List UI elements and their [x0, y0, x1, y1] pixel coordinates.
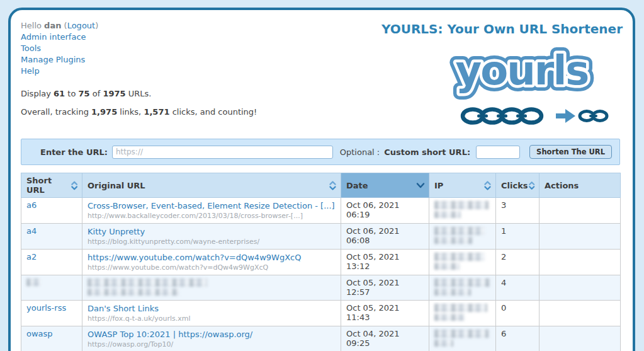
actions-cell — [539, 224, 621, 250]
date-cell: Oct 05, 2021 12:57 — [341, 275, 429, 301]
yourls-logo-text: yourls yourls yourls — [456, 47, 589, 94]
page-title: YOURLS: Your Own URL Shortener — [379, 21, 623, 37]
sort-desc-icon — [416, 182, 425, 188]
svg-text:yourls: yourls — [456, 47, 589, 94]
clicks-cell: 1 — [496, 224, 539, 250]
original-url-cell: Dan's Short Linkshttps://fox.q-t-a.uk/yo… — [82, 301, 341, 326]
sort-icon — [71, 180, 78, 191]
nav-help[interactable]: Help — [21, 66, 40, 76]
greeting-text: Hello — [21, 21, 42, 30]
short-url-cell: yourls-rss — [21, 301, 82, 326]
original-url-link[interactable]: https://www.youtube.com/watch?v=dQw4w9Wg… — [88, 252, 336, 263]
custom-short-url-input[interactable] — [476, 146, 520, 159]
short-url-link[interactable]: a6 — [26, 200, 37, 210]
column-header-ip[interactable]: IP — [429, 173, 496, 198]
custom-url-label: Custom short URL: — [384, 147, 470, 157]
ip-cell — [429, 198, 496, 224]
short-url-link[interactable]: a4 — [26, 226, 37, 236]
nav-tools[interactable]: Tools — [21, 43, 41, 53]
table-row: owasp OWASP Top 10:2021 | https://owasp.… — [21, 326, 621, 351]
nav-admin-interface[interactable]: Admin interface — [21, 32, 86, 42]
short-url-cell: a2 — [21, 250, 82, 275]
redacted-ip — [434, 330, 489, 338]
clicks-cell: 0 — [496, 301, 539, 326]
original-url-cell: Cross-Browser, Event-based, Element Resi… — [82, 198, 341, 224]
clicks-cell: 2 — [496, 250, 539, 275]
optional-label: Optional : — [340, 147, 380, 157]
date-cell: Oct 06, 2021 06:19 — [341, 198, 429, 224]
original-url-link[interactable]: OWASP Top 10:2021 | https://owasp.org/ — [88, 329, 336, 340]
total-clicks: 1,571 — [144, 107, 169, 117]
clicks-cell: 6 — [496, 326, 539, 351]
range-total: 1975 — [103, 89, 125, 98]
redacted-original-url — [88, 279, 207, 287]
table-row: a2 https://www.youtube.com/watch?v=dQw4w… — [21, 250, 621, 275]
short-url-link[interactable]: owasp — [26, 329, 53, 338]
original-url-text: https://owasp.org/Top10/ — [88, 340, 336, 349]
logout-link[interactable]: Logout — [67, 21, 96, 30]
ip-cell — [429, 275, 496, 301]
sort-icon — [528, 180, 535, 191]
original-url-text: https://fox.q-t-a.uk/yourls.xml — [88, 314, 336, 323]
total-links: 1,975 — [91, 107, 117, 117]
redacted-short-url — [26, 279, 40, 286]
chain-icon — [463, 110, 541, 123]
actions-cell — [539, 301, 621, 326]
links-table: Short URL Original URL Date IP Clicks Ac… — [21, 173, 621, 351]
admin-nav: Admin interface Tools Manage Plugins Hel… — [21, 32, 379, 77]
table-row: a6 Cross-Browser, Event-based, Element R… — [21, 198, 621, 224]
short-url-link[interactable]: a2 — [26, 252, 37, 262]
table-row: a4 Kitty Unprettyhttps://blog.kittyunpre… — [21, 224, 621, 250]
short-chain-icon — [580, 112, 607, 121]
nav-manage-plugins[interactable]: Manage Plugins — [21, 55, 85, 64]
short-url-link[interactable]: yourls-rss — [26, 303, 66, 313]
table-row: yourls-rss Dan's Short Linkshttps://fox.… — [21, 301, 621, 326]
header-left: Hello dan (Logout) Admin interface Tools… — [21, 20, 379, 130]
date-cell: Oct 05, 2021 13:12 — [341, 250, 429, 275]
date-cell: Oct 05, 2021 11:43 — [341, 301, 429, 326]
url-input[interactable] — [112, 146, 333, 159]
date-cell: Oct 06, 2021 06:08 — [341, 224, 429, 250]
redacted-ip — [434, 201, 489, 209]
ip-cell — [429, 326, 496, 351]
redacted-ip — [434, 304, 487, 312]
redacted-ip — [434, 227, 485, 235]
short-url-cell: a6 — [21, 198, 82, 224]
short-url-cell — [21, 275, 82, 301]
table-row: Oct 05, 2021 12:57 4 — [21, 275, 621, 301]
actions-cell — [539, 326, 621, 351]
original-url-link[interactable]: Kitty Unpretty — [88, 226, 336, 237]
original-url-text: https://www.youtube.com/watch?v=dQw4w9Wg… — [88, 263, 336, 272]
header-right: YOURLS: Your Own URL Shortener yourls yo… — [379, 20, 623, 130]
redacted-ip — [434, 253, 485, 261]
column-header-date[interactable]: Date — [341, 173, 429, 198]
column-header-clicks[interactable]: Clicks — [496, 173, 539, 198]
username: dan — [44, 21, 61, 30]
display-range-line: Display 61 to 75 of 1975 URLs. — [21, 88, 379, 99]
original-url-cell: OWASP Top 10:2021 | https://owasp.org/ht… — [82, 326, 341, 351]
url-input-label: Enter the URL: — [40, 147, 108, 157]
sort-icon — [483, 180, 492, 191]
sort-icon — [329, 180, 337, 191]
original-url-link[interactable]: Dan's Short Links — [88, 303, 336, 314]
original-url-cell: https://www.youtube.com/watch?v=dQw4w9Wg… — [82, 250, 341, 275]
actions-cell — [539, 198, 621, 224]
clicks-cell: 3 — [496, 198, 539, 224]
column-header-original-url[interactable]: Original URL — [82, 173, 341, 198]
date-cell: Oct 04, 2021 09:25 — [341, 326, 429, 351]
new-url-form: Enter the URL: Optional : Custom short U… — [21, 139, 620, 165]
original-url-cell — [82, 275, 341, 301]
shorten-url-button[interactable]: Shorten The URL — [529, 145, 612, 159]
ip-cell — [429, 250, 496, 275]
range-to: 75 — [79, 89, 90, 98]
page-wrapper: Hello dan (Logout) Admin interface Tools… — [8, 8, 635, 351]
column-header-short-url[interactable]: Short URL — [21, 173, 82, 198]
original-url-link[interactable]: Cross-Browser, Event-based, Element Resi… — [88, 200, 336, 211]
table-header-row: Short URL Original URL Date IP Clicks Ac… — [21, 173, 621, 198]
header: Hello dan (Logout) Admin interface Tools… — [21, 20, 623, 130]
actions-cell — [539, 275, 621, 301]
original-url-text: https://blog.kittyunpretty.com/wayne-ent… — [88, 238, 336, 246]
ip-cell — [429, 224, 496, 250]
yourls-logo: yourls yourls yourls — [427, 39, 623, 129]
ip-cell — [429, 301, 496, 326]
